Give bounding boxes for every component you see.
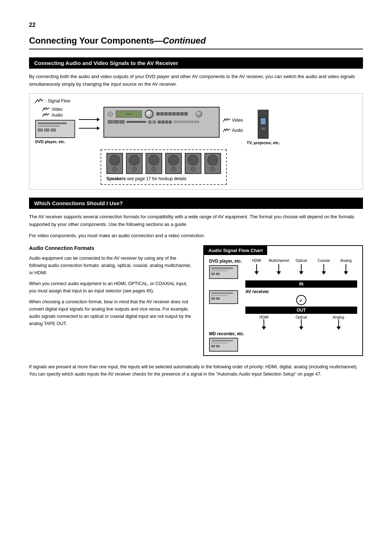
receiver-front-panel: ▪▪▪▪▪▪ — [103, 107, 220, 138]
left-column: Audio Connection Formats Audio equipment… — [29, 245, 192, 356]
dvd-player-section: Video Audio DVD player, etc. — [35, 107, 75, 144]
flow-md-row: MD recorder, etc. — [209, 331, 357, 352]
audio-label-left: Audio — [42, 113, 63, 118]
section1-header: Connecting Audio and Video Signals to th… — [29, 57, 363, 69]
page-number: 22 — [29, 22, 363, 28]
speaker-1 — [106, 153, 123, 174]
flow-out-analog: Analog — [320, 315, 357, 319]
signal-flow-icon — [35, 98, 43, 104]
title-continued: —Continued — [154, 36, 206, 45]
speakers-section: Speakers Speakers (see page 17 for hooku… — [101, 149, 227, 185]
page-title: Connecting Your Components—Continued — [29, 36, 363, 49]
av-receiver-diagram: ▪▪▪▪▪▪ — [103, 107, 220, 138]
section1-body: By connecting both the audio and video o… — [29, 73, 363, 88]
dvd-device — [35, 120, 75, 138]
tv-projector: TV TV, projector, etc. — [247, 110, 280, 146]
signal-legend-text: : Signal Flow — [45, 98, 70, 104]
audio-signal-right-icon — [223, 128, 230, 133]
flow-av-label: AV receiver — [245, 289, 357, 294]
video-label-left: Video — [42, 107, 62, 112]
speaker-2 — [126, 153, 143, 174]
flow-md-label: MD recorder, etc. — [209, 331, 245, 336]
flow-out-hdmi: HDMI — [245, 315, 283, 319]
dvd-label: DVD player, etc. — [35, 139, 65, 144]
right-column: Audio Signal Flow Chart DVD player, etc. — [203, 245, 363, 356]
flow-col-analog: Analog — [335, 259, 357, 263]
flow-chart: Audio Signal Flow Chart DVD player, etc. — [203, 245, 363, 356]
connections-to-receiver — [79, 118, 100, 130]
two-column-section: Audio Connection Formats Audio equipment… — [29, 245, 363, 356]
flow-dvd-device — [209, 265, 238, 279]
footer-text: If signals are present at more than one … — [29, 363, 363, 378]
flow-av-device — [209, 290, 238, 304]
flow-chart-title: Audio Signal Flow Chart — [204, 246, 267, 255]
connections-to-tv: Video Audio — [223, 118, 243, 133]
flow-out-bar: OUT — [209, 307, 357, 314]
diagram-layout: Video Audio DVD player, etc. — [35, 107, 357, 146]
main-diagram: : Signal Flow Video Audio — [29, 93, 363, 190]
section2-header: Which Connections Should I Use? — [29, 198, 363, 209]
audio-para2: When you connect audio equipment to an H… — [29, 280, 192, 295]
audio-para1: Audio equipment can be connected to the … — [29, 255, 192, 276]
flow-md-device — [209, 338, 238, 352]
flow-av-row: AV receiver ↙ — [209, 289, 357, 305]
speaker-4 — [165, 153, 182, 174]
audio-connection-subheader: Audio Connection Formats — [29, 245, 192, 251]
section2-body2: For video components, you must make an a… — [29, 232, 363, 240]
flow-dvd-row: DVD player, etc. — [209, 259, 357, 279]
tv-label: TV, projector, etc. — [247, 140, 280, 146]
flow-col-hdmi: HDMI — [245, 259, 268, 263]
speaker-5 — [185, 153, 201, 174]
title-normal: Connecting Your Components — [29, 36, 154, 45]
speaker-3 — [146, 153, 162, 174]
speaker-6 — [204, 153, 221, 174]
speakers-label: Speakers Speakers (see page 17 for hooku… — [106, 176, 221, 181]
video-signal-right-icon — [223, 118, 230, 123]
flow-col-coaxial: Coaxial — [313, 259, 335, 263]
signal-legend: : Signal Flow — [35, 98, 357, 104]
flow-col-multichannel: Multichannel — [268, 259, 290, 263]
audio-para3: When choosing a connection format, bear … — [29, 298, 192, 327]
video-signal-icon — [42, 107, 50, 112]
flow-dvd-label: DVD player, etc. — [209, 259, 245, 264]
section2-body1: The AV receiver supports several connect… — [29, 213, 363, 228]
audio-signal-icon — [42, 113, 50, 118]
flow-col-optical: Optical — [290, 259, 313, 263]
flow-in-bar: IN — [209, 280, 357, 288]
flow-out-optical: Optical — [283, 315, 320, 319]
